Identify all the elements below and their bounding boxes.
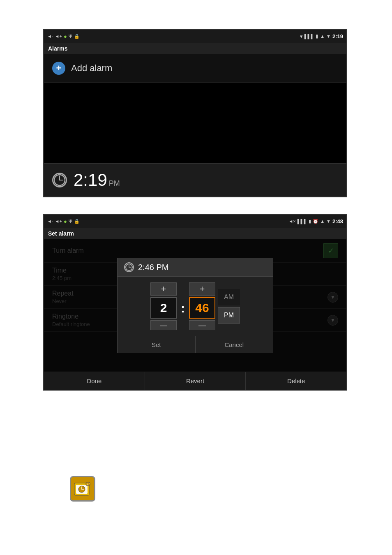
time-picker-overlay: 2:46 PM + 2 — : + 46 —: [44, 239, 346, 372]
app-icon-container: ↩: [70, 476, 95, 502]
screen2-content: Turn alarm ✓ Time 2:45 pm Repeat Never ▼…: [44, 239, 346, 390]
minute-increment-btn[interactable]: +: [189, 282, 215, 296]
volume-down-icon-2: ◄-: [47, 219, 53, 224]
status-left-2: ◄- ◄+ ● Ψ 🔒: [47, 218, 80, 224]
time-picker-cancel-btn[interactable]: Cancel: [196, 336, 273, 353]
time-picker-footer: Set Cancel: [118, 336, 273, 353]
signal-icon-2: ▌▌▌: [297, 219, 307, 224]
upload-icon: ▲: [320, 34, 325, 39]
volume-down-icon: ◄-: [47, 34, 53, 39]
time-picker-set-btn[interactable]: Set: [118, 336, 196, 353]
picker-clock-svg: [125, 263, 133, 271]
add-alarm-label: Add alarm: [71, 63, 112, 74]
time-colon: :: [179, 301, 187, 315]
clock-svg-1: [53, 174, 66, 186]
revert-button[interactable]: Revert: [145, 372, 246, 390]
hour-decrement-btn[interactable]: —: [150, 320, 177, 330]
action-bar-1: Alarms: [44, 43, 346, 54]
minute-decrement-btn[interactable]: —: [189, 320, 215, 330]
status-time-1: 2:19: [332, 33, 343, 39]
upload-icon-2: ▲: [320, 219, 325, 224]
minute-display[interactable]: 46: [189, 297, 215, 319]
current-time-display: 2:19 PM: [74, 170, 120, 190]
hour-display[interactable]: 2: [150, 297, 177, 319]
volume-up-icon-2: ◄+: [55, 219, 62, 224]
screen2: ◄- ◄+ ● Ψ 🔒 ◄× ▌▌▌ ▮ ⏰ ▲ ▼ 2:48 Set alar…: [43, 214, 347, 391]
action-bar-title-1: Alarms: [48, 45, 67, 52]
time-picker-clock-icon: [124, 262, 134, 272]
time-picker-header: 2:46 PM: [118, 258, 273, 277]
android-app-icon[interactable]: ↩: [70, 476, 95, 502]
action-bar-title-2: Set alarm: [48, 230, 74, 237]
pm-option[interactable]: PM: [218, 307, 240, 324]
lock-icon: 🔒: [74, 34, 80, 39]
mute-icon: ◄×: [288, 219, 295, 224]
status-time-2: 2:48: [332, 218, 343, 224]
hour-column: + 2 —: [150, 282, 177, 330]
clock-icon-1: [52, 173, 67, 187]
download-icon: ▼: [326, 34, 331, 39]
svg-point-0: [54, 175, 65, 185]
current-time-ampm: PM: [109, 179, 120, 188]
android-icon-status-2: ●: [64, 218, 67, 224]
svg-text:↩: ↩: [87, 483, 90, 486]
signal-icon: ▌▌▌: [304, 34, 314, 39]
status-left-1: ◄- ◄+ ● Ψ 🔒: [47, 33, 80, 39]
usb-icon-2: Ψ: [69, 219, 72, 224]
bottom-bar: Done Revert Delete: [44, 372, 346, 390]
calendar-icon: ▮: [309, 219, 311, 224]
current-time-row: 2:19 PM: [44, 163, 346, 197]
minute-column: + 46 —: [189, 282, 215, 330]
lock-icon-2: 🔒: [74, 219, 80, 224]
hour-increment-btn[interactable]: +: [150, 282, 177, 296]
current-time-value: 2:19: [74, 170, 107, 190]
alarm-icon-status: ⏰: [313, 219, 318, 224]
add-alarm-row[interactable]: + Add alarm: [44, 54, 346, 83]
android-icon-status: ●: [64, 33, 67, 39]
battery-icon: ▮: [316, 33, 318, 39]
delete-button[interactable]: Delete: [246, 372, 346, 390]
screen1: ◄- ◄+ ● Ψ 🔒 ▾ ▌▌▌ ▮ ▲ ▼ 2:19 Alarms + Ad…: [43, 29, 347, 197]
status-bar-2: ◄- ◄+ ● Ψ 🔒 ◄× ▌▌▌ ▮ ⏰ ▲ ▼ 2:48: [44, 215, 346, 228]
status-right-2: ◄× ▌▌▌ ▮ ⏰ ▲ ▼ 2:48: [288, 218, 343, 224]
volume-up-icon: ◄+: [55, 34, 62, 39]
download-icon-2: ▼: [326, 219, 331, 224]
app-icon-svg: ↩: [74, 480, 92, 498]
time-picker-dialog: 2:46 PM + 2 — : + 46 —: [117, 258, 273, 353]
action-bar-2: Set alarm: [44, 228, 346, 239]
alarm-list-area: [44, 83, 346, 163]
status-bar-1: ◄- ◄+ ● Ψ 🔒 ▾ ▌▌▌ ▮ ▲ ▼ 2:19: [44, 30, 346, 43]
done-button[interactable]: Done: [44, 372, 145, 390]
ampm-column: AM PM: [218, 289, 240, 324]
usb-icon: Ψ: [69, 34, 72, 39]
wifi-icon: ▾: [300, 33, 303, 39]
time-picker-display-time: 2:46 PM: [138, 263, 168, 272]
time-picker-body: + 2 — : + 46 — AM PM: [118, 277, 273, 336]
am-option[interactable]: AM: [218, 289, 240, 305]
screen1-content: + Add alarm 2:19 PM: [44, 54, 346, 197]
status-right-1: ▾ ▌▌▌ ▮ ▲ ▼ 2:19: [300, 33, 343, 39]
add-alarm-icon: +: [52, 62, 65, 75]
